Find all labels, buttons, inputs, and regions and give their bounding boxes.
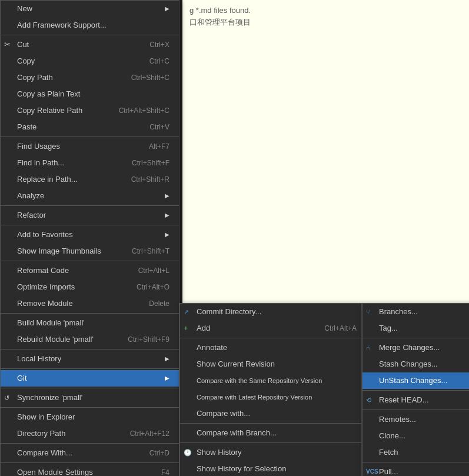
menu-new[interactable]: New ▶ — [1, 1, 179, 17]
separator-r4 — [362, 462, 469, 462]
separator-g1 — [180, 338, 361, 338]
menu-copy[interactable]: Copy Ctrl+C — [1, 53, 179, 69]
git-pull[interactable]: VCS Pull... — [362, 464, 469, 476]
git-show-history[interactable]: 🕐 Show History — [180, 444, 361, 461]
sync-icon: ↺ — [4, 391, 9, 404]
editor-line-3: 口和管理平台项目 — [189, 16, 462, 28]
git-right-submenu: ⑂ Branches... Tag... ⑃ Merge Changes... … — [362, 303, 469, 476]
separator-11 — [1, 443, 179, 444]
menu-git[interactable]: Git ▶ — [1, 370, 179, 387]
menu-replace-path[interactable]: Replace in Path... Ctrl+Shift+R — [1, 171, 179, 188]
reset-icon: ⟲ — [366, 394, 371, 407]
separator-g2 — [180, 423, 361, 424]
separator-r1 — [362, 338, 469, 338]
menu-refactor[interactable]: Refactor ▶ — [1, 207, 179, 224]
add-icon: + — [184, 322, 188, 335]
git-commit-dir[interactable]: ↗ Commit Directory... — [180, 304, 361, 320]
git-compare-branch[interactable]: Compare with Branch... — [180, 425, 361, 441]
commit-icon: ↗ — [184, 305, 189, 318]
separator-r2 — [362, 390, 469, 391]
menu-add-favorites[interactable]: Add to Favorites ▶ — [1, 227, 179, 243]
arrow-icon: ▶ — [165, 228, 169, 241]
menu-compare-with[interactable]: Compare With... Ctrl+D — [1, 445, 179, 461]
menu-reformat[interactable]: Reformat Code Ctrl+Alt+L — [1, 262, 179, 279]
menu-rebuild-module[interactable]: Rebuild Module 'pmall' Ctrl+Shift+F9 — [1, 331, 179, 348]
git-compare-same-repo[interactable]: Compare with the Same Repository Version — [180, 372, 361, 389]
menu-copy-relative[interactable]: Copy Relative Path Ctrl+Alt+Shift+C — [1, 102, 179, 119]
menu-analyze[interactable]: Analyze ▶ — [1, 188, 179, 204]
separator-9 — [1, 388, 179, 388]
cut-icon: ✂ — [4, 38, 11, 51]
separator-7 — [1, 349, 179, 349]
primary-context-menu: New ▶ Add Framework Support... ✂ Cut Ctr… — [0, 0, 179, 476]
history-icon: 🕐 — [184, 446, 192, 459]
menu-paste[interactable]: Paste Ctrl+V — [1, 119, 179, 135]
menu-find-path[interactable]: Find in Path... Ctrl+Shift+F — [1, 155, 179, 171]
git-branches[interactable]: ⑂ Branches... — [362, 304, 469, 320]
menu-find-usages[interactable]: Find Usages Alt+F7 — [1, 138, 179, 155]
menu-cut[interactable]: ✂ Cut Ctrl+X — [1, 36, 179, 53]
arrow-icon: ▶ — [165, 372, 169, 385]
menu-directory-path[interactable]: Directory Path Ctrl+Alt+F12 — [1, 425, 179, 442]
menu-copy-plain[interactable]: Copy as Plain Text — [1, 86, 179, 102]
arrow-icon: ▶ — [165, 209, 169, 222]
menu-synchronize[interactable]: ↺ Synchronize 'pmall' — [1, 390, 179, 406]
git-add[interactable]: + Add Ctrl+Alt+A — [180, 320, 361, 337]
menu-local-history[interactable]: Local History ▶ — [1, 351, 179, 367]
menu-show-explorer[interactable]: Show in Explorer — [1, 409, 179, 425]
menu-module-settings[interactable]: Open Module Settings F4 — [1, 464, 179, 476]
branches-icon: ⑂ — [366, 305, 370, 318]
separator-8 — [1, 368, 179, 369]
git-compare-latest-repo[interactable]: Compare with Latest Repository Version — [180, 389, 361, 405]
separator-r3 — [362, 410, 469, 410]
editor-line-1: g *.md files found. — [189, 5, 462, 16]
separator-2 — [1, 137, 179, 137]
separator-4 — [1, 225, 179, 225]
git-unstash-changes[interactable]: UnStash Changes... — [362, 372, 469, 389]
git-show-revision[interactable]: Show Current Revision — [180, 356, 361, 372]
menu-optimize-imports[interactable]: Optimize Imports Ctrl+Alt+O — [1, 279, 179, 295]
git-show-history-selection[interactable]: Show History for Selection — [180, 461, 361, 476]
merge-icon: ⑃ — [366, 341, 370, 354]
git-merge-changes[interactable]: ⑃ Merge Changes... — [362, 339, 469, 356]
separator-1 — [1, 35, 179, 35]
separator-6 — [1, 313, 179, 314]
git-remotes[interactable]: Remotes... — [362, 411, 469, 428]
git-clone[interactable]: Clone... — [362, 428, 469, 444]
menu-build-module[interactable]: Build Module 'pmall' — [1, 315, 179, 331]
separator-12 — [1, 462, 179, 463]
separator-g3 — [180, 442, 361, 443]
menu-show-thumbnails[interactable]: Show Image Thumbnails Ctrl+Shift+T — [1, 243, 179, 259]
git-tag[interactable]: Tag... — [362, 320, 469, 337]
menu-add-framework[interactable]: Add Framework Support... — [1, 17, 179, 34]
arrow-icon: ▶ — [165, 352, 169, 365]
git-annotate[interactable]: Annotate — [180, 339, 361, 356]
git-reset-head[interactable]: ⟲ Reset HEAD... — [362, 392, 469, 408]
arrow-icon: ▶ — [165, 189, 169, 202]
git-submenu: ↗ Commit Directory... + Add Ctrl+Alt+A A… — [179, 303, 362, 476]
git-stash-changes[interactable]: Stash Changes... — [362, 356, 469, 372]
git-fetch[interactable]: Fetch — [362, 444, 469, 461]
arrow-icon: ▶ — [165, 2, 169, 15]
separator-10 — [1, 407, 179, 408]
menu-copy-path[interactable]: Copy Path Ctrl+Shift+C — [1, 69, 179, 86]
separator-3 — [1, 205, 179, 206]
separator-5 — [1, 261, 179, 261]
menu-remove-module[interactable]: Remove Module Delete — [1, 295, 179, 312]
git-compare-with[interactable]: Compare with... — [180, 405, 361, 422]
vcs-pull-icon: VCS — [366, 465, 378, 476]
